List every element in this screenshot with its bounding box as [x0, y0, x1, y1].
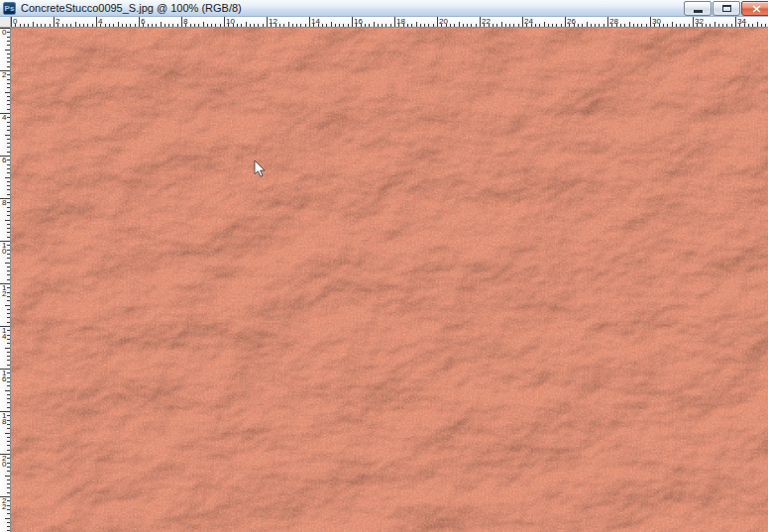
ruler-tick	[428, 24, 429, 27]
ruler-tick	[233, 24, 234, 27]
ruler-tick	[7, 352, 10, 353]
ruler-tick	[7, 471, 10, 472]
ruler-tick	[258, 24, 259, 27]
ruler-tick	[100, 24, 101, 27]
ruler-origin-corner[interactable]	[0, 17, 11, 28]
canvas-texture[interactable]	[11, 28, 768, 532]
ruler-label: 18	[2, 413, 6, 425]
canvas-area[interactable]	[11, 28, 768, 532]
ruler-tick	[246, 22, 247, 27]
ruler-tick	[369, 24, 370, 27]
ruler-tick	[7, 202, 10, 203]
ruler-tick	[7, 160, 10, 160]
photoshop-document-icon[interactable]: Ps	[3, 2, 16, 15]
ruler-tick	[390, 24, 391, 27]
ruler-tick	[7, 87, 10, 88]
ruler-tick	[7, 194, 10, 195]
ruler-tick	[416, 22, 417, 27]
ruler-tick	[5, 135, 10, 136]
ruler-tick	[463, 24, 464, 27]
titlebar[interactable]: Ps ConcreteStucco0095_S.jpg @ 100% (RGB/…	[0, 0, 768, 17]
ruler-tick	[480, 17, 481, 27]
ruler-tick	[7, 530, 10, 531]
ruler-tick	[7, 83, 10, 84]
ruler-tick	[275, 24, 276, 27]
ruler-tick	[667, 24, 668, 27]
ruler-tick	[292, 24, 293, 27]
ruler-tick	[561, 24, 562, 27]
ruler-tick	[7, 394, 10, 395]
ruler-tick	[7, 402, 10, 403]
ruler-tick	[697, 24, 698, 27]
ruler-tick	[356, 24, 357, 27]
ruler-tick	[641, 24, 642, 27]
ruler-tick	[726, 24, 727, 27]
ruler-tick	[7, 79, 10, 80]
ruler-tick	[7, 143, 10, 144]
ruler-tick	[7, 458, 10, 459]
ruler-tick	[7, 526, 10, 527]
ruler-tick	[7, 322, 10, 323]
ruler-tick	[385, 24, 386, 27]
ruler-tick	[496, 24, 497, 27]
ruler-tick	[181, 17, 182, 27]
close-button[interactable]	[741, 1, 768, 16]
ruler-tick	[654, 24, 655, 27]
ruler-tick	[7, 522, 10, 523]
ruler-tick	[7, 385, 10, 386]
ruler-tick	[7, 74, 10, 75]
ruler-tick	[7, 53, 10, 54]
ruler-tick	[748, 24, 749, 27]
ruler-tick	[689, 24, 690, 27]
vertical-ruler[interactable]: 0246810121416182022	[0, 28, 11, 532]
ruler-tick	[505, 24, 506, 27]
ruler-tick	[624, 24, 625, 27]
ruler-tick	[313, 24, 314, 27]
ruler-tick	[659, 24, 660, 27]
ruler-tick	[7, 339, 10, 340]
ruler-tick	[450, 24, 451, 27]
ruler-tick	[459, 22, 460, 27]
ruler-tick	[607, 17, 608, 27]
ruler-tick	[7, 245, 10, 246]
ruler-tick	[7, 147, 10, 148]
ruler-tick	[616, 24, 617, 27]
ruler-tick	[535, 24, 536, 27]
ruler-tick	[7, 41, 10, 42]
ruler-tick	[398, 24, 399, 27]
ruler-tick	[41, 24, 42, 27]
ruler-tick	[198, 24, 199, 27]
ruler-tick	[718, 24, 719, 27]
ruler-tick	[279, 24, 280, 27]
ruler-tick	[7, 181, 10, 182]
ruler-tick	[7, 467, 10, 468]
window-title: ConcreteStucco0095_S.jpg @ 100% (RGB/8)	[21, 2, 242, 15]
ruler-tick	[305, 24, 306, 27]
ruler-tick	[7, 104, 10, 105]
ruler-tick	[7, 420, 10, 421]
ruler-tick	[684, 24, 685, 27]
ruler-tick	[633, 24, 634, 27]
minimize-button[interactable]	[684, 1, 712, 16]
horizontal-ruler[interactable]: 0246810121416182022242628303234	[11, 17, 768, 28]
ruler-tick	[83, 24, 84, 27]
ruler-tick	[7, 343, 10, 344]
ruler-tick	[446, 24, 447, 27]
ruler-tick	[680, 24, 681, 27]
ruler-tick	[5, 50, 10, 51]
ruler-tick	[92, 24, 93, 27]
ruler-tick	[433, 24, 434, 27]
ruler-tick	[7, 215, 10, 216]
ruler-tick	[309, 17, 310, 27]
ruler-tick	[62, 24, 63, 27]
ruler-tick	[7, 309, 10, 310]
ruler-tick	[156, 24, 157, 27]
ruler-tick	[288, 22, 289, 27]
ruler-tick	[611, 24, 612, 27]
restore-button[interactable]	[713, 1, 740, 16]
ruler-tick	[706, 24, 707, 27]
document-window: Ps ConcreteStucco0095_S.jpg @ 100% (RGB/…	[0, 0, 768, 532]
ruler-tick	[5, 220, 10, 221]
ruler-tick	[518, 24, 519, 27]
ruler-tick	[254, 24, 255, 27]
